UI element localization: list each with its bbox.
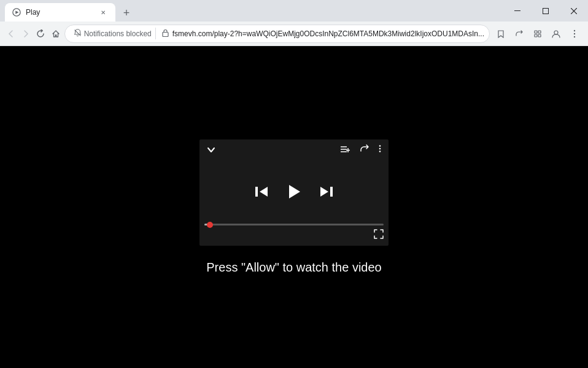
active-tab[interactable]: Play ✕ [5,3,115,22]
more-icon[interactable] [379,144,381,155]
svg-rect-11 [538,34,541,37]
svg-rect-10 [535,34,537,37]
notifications-blocked-label: Notifications blocked [84,29,152,38]
back-button[interactable] [5,25,17,42]
maximize-button[interactable] [532,0,560,22]
url-text: fsmevh.com/play-2?h=waWQiOjEwMjg0ODcsInN… [172,29,484,38]
svg-marker-1 [15,10,18,14]
video-player [199,139,389,246]
skip-prev-button[interactable] [255,186,268,198]
home-button[interactable] [50,25,62,42]
tab-title: Play [26,8,93,17]
svg-point-23 [379,151,381,152]
svg-rect-2 [514,10,520,11]
bookmark-button[interactable] [492,25,509,42]
player-controls [199,160,389,224]
forward-button[interactable] [20,25,32,42]
play-button[interactable] [285,183,303,200]
svg-point-12 [554,31,558,34]
title-bar: Play ✕ + [0,0,588,22]
page-content: Press "Allow" to watch the video [0,46,588,368]
svg-rect-3 [543,8,549,14]
notifications-blocked-indicator: Notifications blocked [70,28,156,39]
svg-point-13 [574,29,575,31]
player-bottom [199,224,389,246]
svg-point-21 [379,145,381,147]
svg-rect-28 [330,187,333,197]
progress-dot [207,222,213,228]
profile-button[interactable] [547,25,565,42]
svg-rect-8 [535,31,537,33]
minimize-button[interactable] [503,0,532,22]
lock-icon [162,29,169,38]
title-bar-left: Play ✕ + [0,0,503,22]
player-top-right-controls [341,144,381,155]
reload-button[interactable] [34,25,47,42]
tab-strip: Play ✕ + [0,0,135,22]
new-tab-button[interactable]: + [118,4,135,22]
nav-right-buttons [492,25,583,42]
svg-rect-7 [163,33,168,37]
svg-point-15 [574,36,575,37]
address-bar[interactable]: Notifications blocked fsmevh.com/play-2?… [64,25,490,43]
svg-point-14 [574,33,575,34]
extensions-button[interactable] [529,25,546,42]
more-options-button[interactable] [566,25,583,42]
bell-blocked-icon [74,29,82,38]
svg-rect-9 [538,31,541,33]
close-button[interactable] [560,0,588,22]
svg-rect-25 [255,187,258,197]
share-icon[interactable] [360,144,369,155]
svg-point-22 [379,148,381,150]
fullscreen-button[interactable] [374,229,384,241]
nav-bar: Notifications blocked fsmevh.com/play-2?… [0,22,588,46]
player-top-bar [199,139,389,160]
window-controls [503,0,588,22]
tab-close-button[interactable]: ✕ [98,7,108,17]
player-chevron-icon[interactable] [207,145,215,155]
tab-favicon [12,8,21,17]
share-page-button[interactable] [511,25,528,42]
skip-next-button[interactable] [320,186,333,198]
caption-text: Press "Allow" to watch the video [206,260,381,275]
player-bottom-controls [204,229,384,241]
progress-bar[interactable] [204,224,384,225]
queue-icon[interactable] [341,145,350,155]
chrome-window: Play ✕ + [0,0,588,368]
svg-marker-27 [320,187,328,197]
svg-marker-24 [260,187,268,197]
svg-marker-26 [289,185,300,198]
